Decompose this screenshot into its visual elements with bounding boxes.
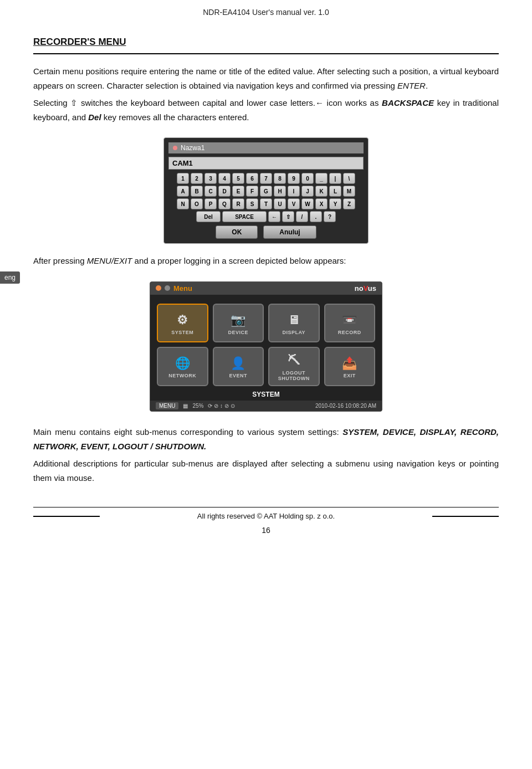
keyboard-title-bar: Nazwa1 — [168, 142, 364, 153]
cancel-button[interactable]: Anuluj — [263, 225, 316, 239]
key-X[interactable]: X — [315, 198, 328, 209]
menu-bottom-menu-btn[interactable]: MENU — [156, 402, 178, 409]
key-del[interactable]: Del — [196, 211, 221, 222]
key-E[interactable]: E — [232, 186, 244, 197]
key-R[interactable]: R — [232, 198, 244, 209]
keyboard-image: Nazwa1 CAM1 1 2 3 4 5 6 7 8 9 0 _ | \ — [163, 137, 369, 244]
key-V[interactable]: V — [288, 198, 300, 209]
ok-button[interactable]: OK — [216, 225, 258, 239]
key-space[interactable]: SPACE — [222, 211, 267, 222]
key-I[interactable]: I — [288, 186, 300, 197]
key-6[interactable]: 6 — [246, 173, 258, 184]
key-Q[interactable]: Q — [218, 198, 231, 209]
paragraph-2: Selecting ⇧ switches the keyboard betwee… — [33, 96, 499, 124]
key-2[interactable]: 2 — [191, 173, 203, 184]
key-U[interactable]: U — [274, 198, 286, 209]
menu-item-display[interactable]: 🖥 DISPLAY — [268, 304, 320, 342]
key-Z[interactable]: Z — [343, 198, 355, 209]
paragraph-3: After pressing MENU/EXIT and a proper lo… — [33, 254, 499, 268]
key-shift[interactable]: ⇧ — [282, 211, 294, 222]
menu-item-label-network: NETWORK — [168, 373, 196, 378]
menu-bottom-bar: MENU ▦ 25% ⟳ ⊘ ↕ ⊘ ⊙ 2010-02-16 10:08:20… — [150, 401, 382, 411]
key-M[interactable]: M — [343, 186, 355, 197]
key-T[interactable]: T — [260, 198, 272, 209]
menu-grid: ⚙ SYSTEM 📷 DEVICE 🖥 DISPLAY 📼 RECORD — [150, 295, 382, 396]
header-title: NDR-EA4104 User's manual ver. 1.0 — [203, 8, 329, 17]
paragraph-5: Additional descriptions for particular s… — [33, 457, 499, 485]
key-8[interactable]: 8 — [274, 173, 286, 184]
footer-line-left — [33, 516, 100, 517]
menu-item-label-display: DISPLAY — [282, 330, 305, 335]
novus-logo: noVus — [355, 284, 376, 293]
key-F[interactable]: F — [246, 186, 258, 197]
key-dot[interactable]: . — [310, 211, 322, 222]
key-4[interactable]: 4 — [218, 173, 231, 184]
key-S[interactable]: S — [246, 198, 258, 209]
keyboard-title: Nazwa1 — [181, 144, 204, 152]
keyboard-row-2: A B C D E F G H I J K L M — [168, 186, 364, 197]
menu-item-label-event: EVENT — [229, 373, 247, 378]
key-1[interactable]: 1 — [177, 173, 189, 184]
menu-image: Menu noVus ⚙ SYSTEM 📷 DEVICE 🖥 DISPLAY — [150, 281, 382, 412]
key-J[interactable]: J — [301, 186, 314, 197]
menu-item-label-record: RECORD — [338, 330, 361, 335]
menu-bottom-left: MENU ▦ 25% ⟳ ⊘ ↕ ⊘ ⊙ — [156, 402, 235, 409]
paragraph-4: Main menu contains eight sub-menus corre… — [33, 425, 499, 453]
key-P[interactable]: P — [204, 198, 217, 209]
key-C[interactable]: C — [204, 186, 217, 197]
key-backslash[interactable]: \ — [343, 173, 355, 184]
menu-item-label-device: DEVICE — [228, 330, 248, 335]
menu-percent: 25% — [192, 403, 203, 409]
key-Y[interactable]: Y — [329, 198, 341, 209]
menu-item-label-exit: EXIT — [344, 373, 356, 378]
menu-item-logout[interactable]: ⛏ LOGOUTSHUTDOWN — [268, 347, 320, 387]
key-pipe[interactable]: | — [329, 173, 341, 184]
menu-bottom-right: 2010-02-16 10:08:20 AM — [315, 403, 376, 409]
menu-icons: ⟳ ⊘ ↕ ⊘ ⊙ — [208, 403, 234, 409]
key-O[interactable]: O — [191, 198, 203, 209]
key-B[interactable]: B — [191, 186, 203, 197]
key-H[interactable]: H — [274, 186, 286, 197]
key-slash[interactable]: / — [296, 211, 308, 222]
menu-item-system[interactable]: ⚙ SYSTEM — [157, 304, 208, 342]
footer-line-right — [432, 516, 499, 517]
key-G[interactable]: G — [260, 186, 272, 197]
key-9[interactable]: 9 — [288, 173, 300, 184]
key-backspace-arrow[interactable]: ← — [268, 211, 280, 222]
section-divider — [33, 53, 499, 54]
menu-item-network[interactable]: 🌐 NETWORK — [157, 347, 208, 387]
menu-image-container: Menu noVus ⚙ SYSTEM 📷 DEVICE 🖥 DISPLAY — [33, 281, 499, 412]
menu-item-label-logout: LOGOUTSHUTDOWN — [278, 370, 310, 382]
key-7[interactable]: 7 — [260, 173, 272, 184]
network-icon: 🌐 — [175, 356, 191, 371]
content-area: RECORDER'S MENU Certain menu positions r… — [0, 37, 532, 485]
key-3[interactable]: 3 — [204, 173, 217, 184]
menu-item-device[interactable]: 📷 DEVICE — [213, 304, 264, 342]
key-A[interactable]: A — [177, 186, 189, 197]
display-icon: 🖥 — [288, 313, 300, 327]
key-5[interactable]: 5 — [232, 173, 244, 184]
menu-item-event[interactable]: 👤 EVENT — [213, 347, 264, 387]
key-N[interactable]: N — [177, 198, 189, 209]
keyboard-row-1: 1 2 3 4 5 6 7 8 9 0 _ | \ — [168, 173, 364, 184]
menu-item-record[interactable]: 📼 RECORD — [324, 304, 376, 342]
keyboard-row-3: N O P Q R S T U V W X Y Z — [168, 198, 364, 209]
key-K[interactable]: K — [315, 186, 328, 197]
key-D[interactable]: D — [218, 186, 231, 197]
key-W[interactable]: W — [301, 198, 314, 209]
keyboard-image-container: Nazwa1 CAM1 1 2 3 4 5 6 7 8 9 0 _ | \ — [33, 137, 499, 244]
keyboard-row-4: Del SPACE ← ⇧ / . ? — [168, 211, 364, 222]
page-footer: All rights reserved © AAT Holding sp. z … — [33, 507, 499, 520]
paragraph-1: Certain menu positions require entering … — [33, 64, 499, 93]
system-icon: ⚙ — [177, 313, 188, 327]
menu-item-exit[interactable]: 📤 EXIT — [324, 347, 376, 387]
key-underscore[interactable]: _ — [315, 173, 328, 184]
event-icon: 👤 — [231, 356, 246, 371]
key-question[interactable]: ? — [324, 211, 336, 222]
eng-tab: eng — [0, 271, 20, 284]
record-icon: 📼 — [342, 313, 357, 327]
page-number: 16 — [0, 526, 532, 535]
key-0[interactable]: 0 — [301, 173, 314, 184]
menu-hdd-icon: ▦ — [183, 403, 188, 409]
key-L[interactable]: L — [329, 186, 341, 197]
